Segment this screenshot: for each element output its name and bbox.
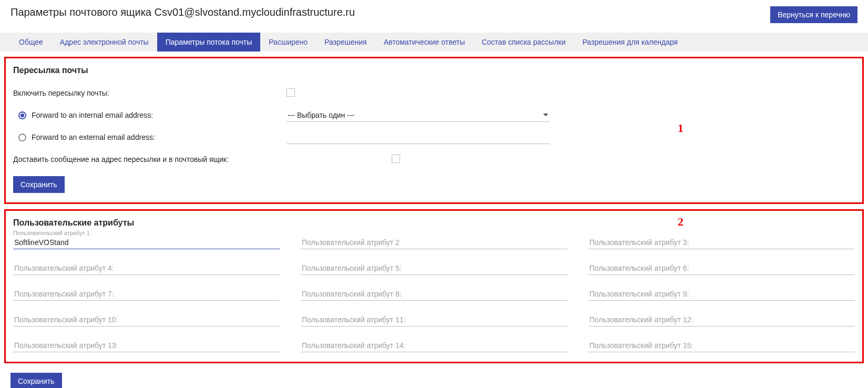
custom-attribute-10-input[interactable] bbox=[13, 312, 280, 326]
custom-attribute-6-input[interactable] bbox=[588, 261, 855, 275]
annotation-number-1: 1 bbox=[678, 121, 683, 135]
chevron-down-icon bbox=[543, 114, 548, 116]
custom-attribute-7-input[interactable] bbox=[13, 287, 280, 301]
tab-mail-flow-params[interactable]: Параметры потока почты bbox=[157, 33, 261, 52]
custom-attribute-14-input[interactable] bbox=[301, 338, 567, 352]
annotation-number-2: 2 bbox=[678, 215, 683, 229]
tab-permissions[interactable]: Разрешения bbox=[316, 33, 375, 52]
tab-auto-reply[interactable]: Автоматические ответы bbox=[375, 33, 474, 52]
forward-internal-select-value: --- Выбрать один --- bbox=[288, 111, 354, 119]
custom-attribute-13-input[interactable] bbox=[13, 338, 280, 352]
deliver-to-both-label: Доставить сообщение на адрес пересылки и… bbox=[13, 155, 229, 164]
tabs-bar: Общее Адрес электронной почты Параметры … bbox=[0, 33, 868, 52]
radio-forward-internal[interactable] bbox=[18, 111, 26, 119]
save-button-section1[interactable]: Сохранить bbox=[13, 176, 65, 193]
page-title: Параметры почтового ящика Csv01@slvostan… bbox=[11, 6, 355, 18]
custom-attribute-4-input[interactable] bbox=[13, 261, 280, 275]
return-to-list-button[interactable]: Вернуться к перечню bbox=[770, 6, 857, 23]
custom-attribute-9-input[interactable] bbox=[588, 287, 855, 301]
section-title-forwarding: Пересылка почты bbox=[13, 66, 855, 75]
custom-attribute-11-input[interactable] bbox=[301, 312, 567, 326]
enable-forwarding-checkbox[interactable] bbox=[287, 88, 295, 97]
custom-attribute-12-input[interactable] bbox=[588, 312, 855, 326]
custom-attribute-2-input[interactable] bbox=[301, 235, 567, 249]
tab-general[interactable]: Общее bbox=[11, 33, 52, 52]
save-button-footer[interactable]: Сохранить bbox=[11, 373, 62, 388]
forward-internal-select[interactable]: --- Выбрать один --- bbox=[287, 109, 549, 122]
section-mail-forwarding: 1 Пересылка почты Включить пересылку поч… bbox=[4, 57, 864, 204]
attr1-label: Пользовательский атрибут 1 bbox=[13, 230, 90, 236]
section-title-attributes: Пользовательские атрибуты bbox=[13, 218, 855, 228]
tab-calendar-permissions[interactable]: Разрешения для календаря bbox=[574, 33, 686, 52]
tab-email-address[interactable]: Адрес электронной почты bbox=[52, 33, 157, 52]
forward-external-input[interactable] bbox=[287, 131, 549, 144]
section-custom-attributes: 2 Пользовательские атрибуты Пользователь… bbox=[4, 209, 864, 363]
custom-attribute-15-input[interactable] bbox=[588, 338, 855, 352]
tab-distribution-list[interactable]: Состав списка рассылки bbox=[473, 33, 574, 52]
radio-forward-internal-label: Forward to an internal email address: bbox=[32, 111, 153, 119]
custom-attribute-5-input[interactable] bbox=[301, 261, 567, 275]
custom-attribute-1-input[interactable] bbox=[13, 235, 280, 249]
custom-attribute-3-input[interactable] bbox=[588, 235, 855, 249]
radio-forward-external[interactable] bbox=[18, 134, 26, 141]
deliver-to-both-checkbox[interactable] bbox=[392, 155, 400, 163]
custom-attribute-8-input[interactable] bbox=[301, 287, 567, 301]
enable-forwarding-label: Включить пересылку почты: bbox=[13, 89, 109, 97]
radio-forward-external-label: Forward to an external email address: bbox=[32, 133, 155, 141]
tab-advanced[interactable]: Расширено bbox=[260, 33, 316, 52]
